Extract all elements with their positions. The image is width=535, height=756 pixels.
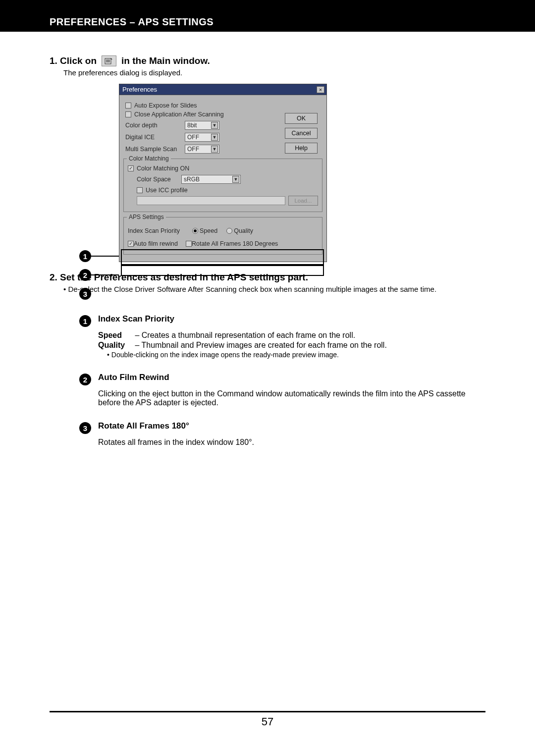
rotate-all-checkbox[interactable]: [186, 241, 192, 247]
chevron-down-icon: ▼: [211, 122, 218, 129]
close-app-label: Close Application After Scanning: [134, 111, 224, 118]
definition-2: 2 Auto Film Rewind Clicking on the eject…: [79, 373, 505, 407]
color-matching-title: Color Matching: [127, 155, 171, 162]
definition-1-note: • Double-clicking on the index image ope…: [107, 351, 505, 359]
color-space-label: Color Space: [137, 176, 181, 183]
auto-film-rewind-checkbox[interactable]: ✓: [128, 241, 134, 247]
color-match-on-label: Color Matching ON: [137, 165, 189, 172]
callout-2: 2: [79, 269, 119, 281]
definition-badge-1: 1: [79, 315, 91, 327]
definition-3-para: Rotates all frames in the index window 1…: [98, 438, 475, 447]
rotate-all-label: Rotate All Frames 180 Degrees: [192, 240, 278, 247]
speed-desc: – Creates a thumbnail representation of …: [135, 331, 355, 339]
footer: 57: [50, 711, 485, 728]
dialog-body: OK Cancel Help Auto Expose for Slides Cl…: [119, 95, 327, 262]
digital-ice-value: OFF: [187, 134, 199, 141]
step-1-suffix: in the Main window.: [121, 55, 210, 66]
definition-1-title: Index Scan Priority: [98, 314, 505, 324]
page-title: PREFERENCES – APS SETTINGS: [50, 16, 214, 28]
speed-radio-label: Speed: [200, 227, 217, 234]
aps-settings-title: APS Settings: [127, 214, 166, 220]
header-band: PREFERENCES – APS SETTINGS: [0, 0, 535, 32]
definition-1: 1 Index Scan Priority Speed – Creates a …: [79, 314, 505, 359]
definition-badge-2: 2: [79, 374, 91, 385]
auto-expose-checkbox[interactable]: [125, 103, 131, 108]
multi-sample-value: OFF: [187, 146, 199, 153]
color-depth-value: 8bit: [187, 122, 197, 129]
chevron-down-icon: ▼: [211, 134, 218, 141]
step-1-prefix: 1. Click on: [50, 55, 97, 66]
chevron-down-icon: ▼: [211, 146, 218, 153]
close-app-checkbox[interactable]: [125, 111, 131, 117]
aps-settings-group: APS Settings Index Scan Priority Speed Q…: [123, 217, 322, 255]
speed-term: Speed: [98, 331, 133, 340]
speed-radio[interactable]: [192, 228, 198, 234]
definition-3-title: Rotate All Frames 180°: [98, 421, 505, 431]
ok-button[interactable]: OK: [285, 113, 318, 124]
callout-3: 3: [79, 288, 119, 300]
callout-column: 1 2 3: [79, 250, 119, 300]
auto-film-rewind-label: Auto film rewind: [134, 240, 178, 247]
quality-desc: – Thumbnail and Preview images are creat…: [135, 341, 386, 349]
callout-line-2: [91, 274, 119, 275]
step-2-bullet: • De-select the Close Driver Software Af…: [63, 285, 505, 293]
cancel-button[interactable]: Cancel: [285, 128, 318, 139]
color-match-on-checkbox[interactable]: ✓: [128, 165, 134, 171]
load-button[interactable]: Load...: [288, 196, 318, 206]
dialog-title: Preferences: [122, 86, 157, 93]
help-button[interactable]: Help: [285, 143, 318, 154]
quality-radio-label: Quality: [234, 227, 253, 234]
color-space-value: sRGB: [184, 176, 200, 183]
color-space-select[interactable]: sRGB ▼: [181, 175, 241, 184]
definition-badge-3: 3: [79, 422, 91, 434]
step-1-subtext: The preferences dialog is displayed.: [63, 68, 505, 77]
use-icc-checkbox[interactable]: [137, 187, 143, 193]
color-depth-label: Color depth: [125, 122, 185, 129]
auto-expose-label: Auto Expose for Slides: [134, 102, 197, 109]
page-number: 57: [262, 715, 273, 728]
callout-1: 1: [79, 250, 119, 262]
callout-line-1: [91, 256, 119, 257]
close-icon[interactable]: ×: [317, 86, 324, 93]
color-matching-group: Color Matching ✓ Color Matching ON Color…: [123, 159, 322, 212]
index-scan-priority-label: Index Scan Priority: [128, 227, 192, 234]
use-icc-label: Use ICC profile: [146, 187, 188, 194]
color-depth-select[interactable]: 8bit ▼: [185, 121, 219, 130]
definition-2-para: Clicking on the eject button in the Comm…: [98, 389, 475, 407]
preferences-dialog: Preferences × OK Cancel Help Auto Expose…: [119, 84, 327, 262]
callout-badge-3: 3: [79, 288, 91, 300]
preferences-icon: [102, 55, 116, 66]
chevron-down-icon: ▼: [232, 176, 239, 183]
footer-rule: [50, 711, 485, 712]
definition-2-title: Auto Film Rewind: [98, 373, 505, 382]
digital-ice-label: Digital ICE: [125, 134, 185, 141]
icc-path-input[interactable]: [137, 196, 285, 205]
quality-term: Quality: [98, 341, 133, 350]
digital-ice-select[interactable]: OFF ▼: [185, 133, 219, 142]
multi-sample-select[interactable]: OFF ▼: [185, 145, 219, 154]
callout-badge-1: 1: [79, 250, 91, 262]
step-1-line: 1. Click on in the Main window.: [50, 55, 505, 66]
quality-radio[interactable]: [226, 228, 232, 234]
multi-sample-label: Multi Sample Scan: [125, 146, 185, 153]
callout-badge-2: 2: [79, 269, 91, 281]
definition-3: 3 Rotate All Frames 180° Rotates all fra…: [79, 421, 505, 447]
dialog-titlebar: Preferences ×: [119, 84, 327, 95]
